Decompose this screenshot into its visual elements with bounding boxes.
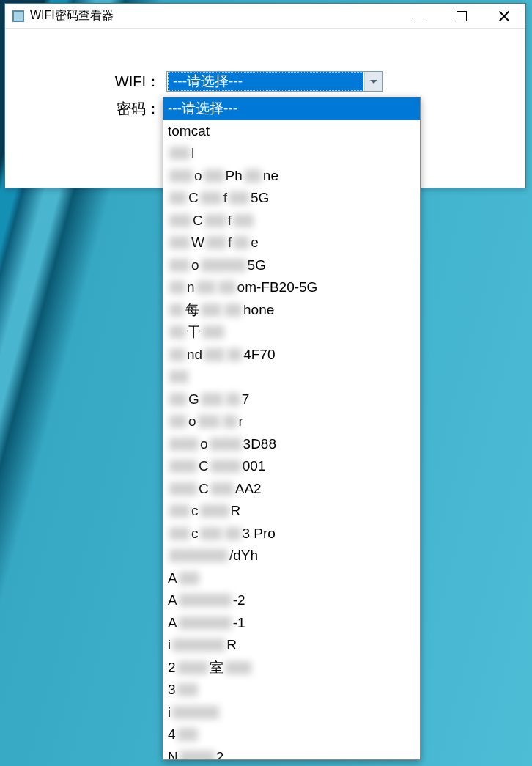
dropdown-item[interactable]: 2██室██ xyxy=(163,657,420,680)
chevron-down-icon xyxy=(370,80,377,84)
dropdown-item[interactable]: ██o██5G xyxy=(163,254,420,277)
dropdown-item[interactable]: N██2 xyxy=(163,746,420,761)
dropdown-item[interactable]: ██ G██ ██7 xyxy=(163,388,420,411)
wifi-row: WIFI： ---请选择--- xyxy=(20,71,511,92)
dropdown-item[interactable]: ██ xyxy=(163,366,420,388)
window-title: WIFI密码查看器 xyxy=(30,8,398,23)
dropdown-item[interactable]: ██l xyxy=(163,142,420,165)
dropdown-item[interactable]: ██C██001 xyxy=(163,455,420,478)
maximize-button[interactable] xyxy=(440,4,483,28)
dropdown-item[interactable]: ██W██f██e xyxy=(163,232,420,254)
dropdown-item[interactable]: ██o██ ██r xyxy=(163,410,420,433)
dropdown-item[interactable]: ██o██ Ph██ne xyxy=(163,165,420,188)
dropdown-item[interactable]: i██ xyxy=(163,701,420,724)
password-label: 密码： xyxy=(20,99,166,119)
wifi-dropdown-list[interactable]: ---请选择---tomcat██l██o██ Ph██ne██C██f██ 5… xyxy=(163,97,421,760)
wifi-label: WIFI： xyxy=(20,72,166,92)
dropdown-item[interactable]: i██R xyxy=(163,634,420,657)
minimize-icon xyxy=(414,18,424,19)
window-controls xyxy=(398,4,525,28)
minimize-button[interactable] xyxy=(398,4,440,28)
dropdown-item[interactable]: ██干██ xyxy=(163,321,420,344)
dropdown-item[interactable]: ---请选择--- xyxy=(163,97,420,120)
dropdown-item[interactable]: 4██ xyxy=(163,723,420,746)
maximize-icon xyxy=(457,11,467,21)
dropdown-item[interactable]: ██o██3D88 xyxy=(163,433,420,456)
dropdown-item[interactable]: ██c██R xyxy=(163,500,420,523)
app-icon xyxy=(12,10,24,22)
dropdown-item[interactable]: ██nd██ ██4F70 xyxy=(163,344,420,367)
dropdown-item[interactable]: A██-2 xyxy=(163,589,420,612)
close-icon xyxy=(498,10,510,22)
dropdown-item[interactable]: 3██ xyxy=(163,679,420,701)
dropdown-item[interactable]: ██c██ ██3 Pro xyxy=(163,523,420,545)
wifi-combobox[interactable]: ---请选择--- xyxy=(166,71,383,92)
combobox-arrow-button[interactable] xyxy=(364,72,382,91)
dropdown-item[interactable]: tomcat xyxy=(163,120,420,143)
titlebar[interactable]: WIFI密码查看器 xyxy=(5,4,525,29)
dropdown-item[interactable]: ██每██ ██hone xyxy=(163,299,420,322)
dropdown-item[interactable]: ██/dYh xyxy=(163,545,420,567)
dropdown-item[interactable]: ██C██f██ xyxy=(163,210,420,232)
dropdown-item[interactable]: ██n██ ██om-FB20-5G xyxy=(163,276,420,299)
dropdown-item[interactable]: A██ xyxy=(163,567,420,590)
dropdown-item[interactable]: A██-1 xyxy=(163,612,420,635)
dropdown-item[interactable]: ██C██AA2 xyxy=(163,478,420,501)
wifi-combobox-selected: ---请选择--- xyxy=(168,72,363,91)
close-button[interactable] xyxy=(483,4,525,28)
dropdown-item[interactable]: ██C██f██ 5G xyxy=(163,187,420,210)
